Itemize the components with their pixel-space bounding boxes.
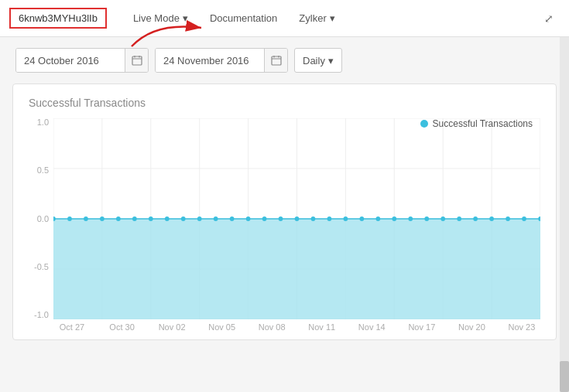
x-label-2: Nov 02 [156,322,187,332]
zylker-chevron: ▾ [330,0,335,37]
end-date-input[interactable] [156,48,264,73]
period-label: Daily [303,55,325,66]
svg-point-27 [67,216,72,221]
chart-inner: Successful Transactions [53,118,540,319]
svg-point-42 [311,216,316,221]
x-label-8: Nov 20 [456,322,487,332]
svg-point-50 [440,216,445,221]
x-label-9: Nov 23 [506,322,537,332]
svg-point-40 [279,216,283,221]
chart-svg [53,118,540,319]
svg-point-31 [132,216,137,221]
svg-point-47 [392,216,396,221]
x-axis: Oct 27 Oct 30 Nov 02 Nov 05 Nov 08 Nov 1… [53,322,540,332]
chart-title: Successful Transactions [29,97,540,109]
svg-point-52 [473,216,478,221]
scrollbar[interactable] [560,37,569,392]
svg-point-43 [327,216,332,221]
svg-rect-5 [272,56,281,65]
x-label-5: Nov 11 [307,322,338,332]
svg-point-55 [522,216,526,221]
legend-dot [420,120,428,128]
documentation-link[interactable]: Documentation [199,0,288,37]
svg-point-28 [84,216,88,221]
svg-point-49 [424,216,429,221]
token-box[interactable]: 6knwb3MYHu3lIb [9,8,107,29]
y-label-mid-low: -0.5 [29,263,49,271]
y-label-zero: 0.0 [29,215,49,223]
svg-point-37 [230,216,235,221]
x-label-1: Oct 30 [107,322,138,332]
chart-wrap: 1.0 0.5 0.0 -0.5 -1.0 Successful Transac… [29,118,540,319]
x-label-3: Nov 05 [207,322,238,332]
svg-point-29 [100,216,105,221]
svg-point-33 [165,216,170,221]
svg-point-48 [408,216,413,221]
svg-point-45 [360,216,365,221]
svg-point-36 [214,216,218,221]
filter-bar: Daily ▾ [0,37,569,84]
zylker-label: Zylker [299,0,326,37]
period-selector[interactable]: Daily ▾ [294,48,342,73]
start-date-input[interactable] [16,48,125,73]
svg-marker-25 [53,219,540,319]
chart-card: Successful Transactions 1.0 0.5 0.0 -0.5… [12,84,557,340]
y-label-mid-high: 0.5 [29,166,49,175]
svg-point-32 [149,216,153,221]
svg-rect-1 [132,56,142,65]
start-date-calendar-button[interactable] [125,48,148,73]
svg-point-44 [344,216,348,221]
scrollbar-thumb[interactable] [560,361,569,392]
legend-label: Successful Transactions [433,118,533,129]
svg-point-51 [457,216,461,221]
end-date-calendar-button[interactable] [264,48,287,73]
navbar: 6knwb3MYHu3lIb Live Mode ▾ Documentation… [0,0,569,37]
y-label-top: 1.0 [29,118,49,127]
x-label-4: Nov 08 [256,322,287,332]
period-chevron: ▾ [328,55,334,66]
x-label-7: Nov 17 [406,322,437,332]
start-date-wrap[interactable] [15,48,149,73]
svg-point-38 [246,216,251,221]
svg-point-53 [489,216,494,221]
expand-button[interactable]: ⤢ [538,8,560,29]
x-label-0: Oct 27 [57,322,87,332]
svg-point-54 [506,216,510,221]
y-axis: 1.0 0.5 0.0 -0.5 -1.0 [29,118,53,319]
svg-point-35 [197,216,202,221]
svg-point-46 [375,216,380,221]
live-mode-label: Live Mode [133,0,180,37]
svg-point-41 [295,216,300,221]
end-date-wrap[interactable] [155,48,288,73]
live-mode-chevron: ▾ [183,0,188,37]
svg-point-34 [181,216,186,221]
svg-point-30 [116,216,121,221]
chart-legend: Successful Transactions [420,118,533,129]
live-mode-menu[interactable]: Live Mode ▾ [122,0,199,37]
zylker-menu[interactable]: Zylker ▾ [288,0,345,37]
y-label-bottom: -1.0 [29,311,49,319]
svg-point-39 [262,216,267,221]
x-label-6: Nov 14 [356,322,387,332]
